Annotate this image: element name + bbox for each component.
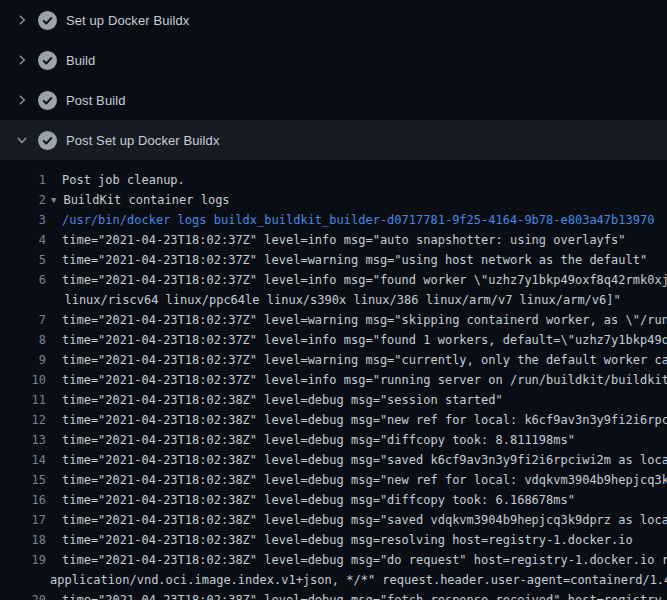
log-line-number[interactable]: 18: [0, 530, 46, 550]
check-circle-icon: [38, 91, 57, 110]
log-line-text: time="2021-04-23T18:02:38Z" level=debug …: [46, 410, 667, 430]
log-row: 6 time="2021-04-23T18:02:37Z" level=info…: [0, 270, 667, 290]
log-line-text: time="2021-04-23T18:02:38Z" level=debug …: [46, 490, 575, 510]
log-line-number[interactable]: 1: [0, 170, 46, 190]
check-circle-icon: [38, 51, 57, 70]
log-row: 7 time="2021-04-23T18:02:37Z" level=warn…: [0, 310, 667, 330]
log-row: 3 /usr/bin/docker logs buildx_buildkit_b…: [0, 210, 667, 230]
log-row: 19 time="2021-04-23T18:02:38Z" level=deb…: [0, 550, 667, 570]
log-line-number[interactable]: 5: [0, 250, 46, 270]
log-line-text: time="2021-04-23T18:02:38Z" level=debug …: [46, 550, 667, 570]
log-row: 5 time="2021-04-23T18:02:37Z" level=warn…: [0, 250, 667, 270]
log-line-number[interactable]: 3: [0, 210, 46, 230]
step-row-post-set-up-docker-buildx[interactable]: Post Set up Docker Buildx: [0, 120, 667, 160]
log-command-text: /usr/bin/docker logs buildx_buildkit_bui…: [46, 210, 654, 230]
log-row: 8 time="2021-04-23T18:02:37Z" level=info…: [0, 330, 667, 350]
log-line-number[interactable]: 17: [0, 510, 46, 530]
log-line-text: time="2021-04-23T18:02:37Z" level=info m…: [46, 370, 667, 390]
log-line-text: time="2021-04-23T18:02:37Z" level=warnin…: [46, 310, 667, 330]
log-row: 17 time="2021-04-23T18:02:38Z" level=deb…: [0, 510, 667, 530]
log-line-text: time="2021-04-23T18:02:38Z" level=debug …: [46, 470, 667, 490]
log-group-toggle-icon[interactable]: ▼: [51, 190, 56, 210]
log-row: 2 ▼BuildKit container logs: [0, 190, 667, 210]
step-label: Build: [66, 53, 95, 68]
chevron-right-icon: [16, 14, 28, 26]
log-line-text: time="2021-04-23T18:02:38Z" level=debug …: [46, 390, 503, 410]
log-row: 9 time="2021-04-23T18:02:37Z" level=warn…: [0, 350, 667, 370]
log-line-text: linux/riscv64 linux/ppc64le linux/s390x …: [46, 290, 621, 310]
log-line-number[interactable]: 19: [0, 550, 46, 570]
log-line-number[interactable]: 13: [0, 430, 46, 450]
step-row-build[interactable]: Build: [0, 40, 667, 80]
log-line-number[interactable]: 12: [0, 410, 46, 430]
log-line-number[interactable]: 2: [0, 190, 46, 210]
log-area[interactable]: 1 Post job cleanup. 2 ▼BuildKit containe…: [0, 160, 667, 600]
step-row-set-up-docker-buildx[interactable]: Set up Docker Buildx: [0, 0, 667, 40]
check-circle-icon: [38, 11, 57, 30]
log-line-number[interactable]: 6: [0, 270, 46, 290]
log-row: 15 time="2021-04-23T18:02:38Z" level=deb…: [0, 470, 667, 490]
log-line-number[interactable]: 16: [0, 490, 46, 510]
log-line-text: time="2021-04-23T18:02:38Z" level=debug …: [46, 510, 667, 530]
log-row: 20 time="2021-04-23T18:02:38Z" level=deb…: [0, 590, 667, 600]
log-line-number: [0, 290, 46, 310]
log-row: 14 time="2021-04-23T18:02:38Z" level=deb…: [0, 450, 667, 470]
log-line-text: ▼BuildKit container logs: [46, 190, 230, 210]
log-line-number[interactable]: 14: [0, 450, 46, 470]
log-row: 11 time="2021-04-23T18:02:38Z" level=deb…: [0, 390, 667, 410]
log-line-text: time="2021-04-23T18:02:37Z" level=warnin…: [46, 350, 667, 370]
log-line-text: application/vnd.oci.image.index.v1+json,…: [46, 570, 667, 590]
log-line-text: Post job cleanup.: [46, 170, 185, 190]
log-line-text: time="2021-04-23T18:02:38Z" level=debug …: [46, 450, 667, 470]
step-label: Set up Docker Buildx: [66, 13, 189, 28]
step-label: Post Set up Docker Buildx: [66, 133, 220, 148]
log-line-number[interactable]: 4: [0, 230, 46, 250]
step-row-post-build[interactable]: Post Build: [0, 80, 667, 120]
check-circle-icon: [38, 131, 57, 150]
log-line-number: [0, 570, 46, 590]
log-row: 18 time="2021-04-23T18:02:38Z" level=deb…: [0, 530, 667, 550]
log-line-text: time="2021-04-23T18:02:38Z" level=debug …: [46, 530, 633, 550]
log-line-number[interactable]: 10: [0, 370, 46, 390]
log-row: application/vnd.oci.image.index.v1+json,…: [0, 570, 667, 590]
log-line-number[interactable]: 20: [0, 590, 46, 600]
log-line-number[interactable]: 9: [0, 350, 46, 370]
log-row: 10 time="2021-04-23T18:02:37Z" level=inf…: [0, 370, 667, 390]
steps-list: Set up Docker Buildx Build: [0, 0, 667, 160]
chevron-down-icon: [16, 134, 28, 146]
log-row: linux/riscv64 linux/ppc64le linux/s390x …: [0, 290, 667, 310]
log-line-text: time="2021-04-23T18:02:37Z" level=info m…: [46, 270, 667, 290]
log-line-text: time="2021-04-23T18:02:37Z" level=warnin…: [46, 250, 647, 270]
log-row: 1 Post job cleanup.: [0, 170, 667, 190]
log-row: 12 time="2021-04-23T18:02:38Z" level=deb…: [0, 410, 667, 430]
log-line-text: time="2021-04-23T18:02:38Z" level=debug …: [46, 590, 667, 600]
log-row: 4 time="2021-04-23T18:02:37Z" level=info…: [0, 230, 667, 250]
log-line-number[interactable]: 11: [0, 390, 46, 410]
log-group-label[interactable]: BuildKit container logs: [63, 193, 229, 207]
log-line-text: time="2021-04-23T18:02:38Z" level=debug …: [46, 430, 575, 450]
chevron-right-icon: [16, 94, 28, 106]
log-row: 16 time="2021-04-23T18:02:38Z" level=deb…: [0, 490, 667, 510]
chevron-right-icon: [16, 54, 28, 66]
log-row: 13 time="2021-04-23T18:02:38Z" level=deb…: [0, 430, 667, 450]
log-line-text: time="2021-04-23T18:02:37Z" level=info m…: [46, 230, 626, 250]
log-line-number[interactable]: 8: [0, 330, 46, 350]
step-label: Post Build: [66, 93, 126, 108]
log-line-number[interactable]: 15: [0, 470, 46, 490]
log-line-text: time="2021-04-23T18:02:37Z" level=info m…: [46, 330, 667, 350]
log-line-number[interactable]: 7: [0, 310, 46, 330]
